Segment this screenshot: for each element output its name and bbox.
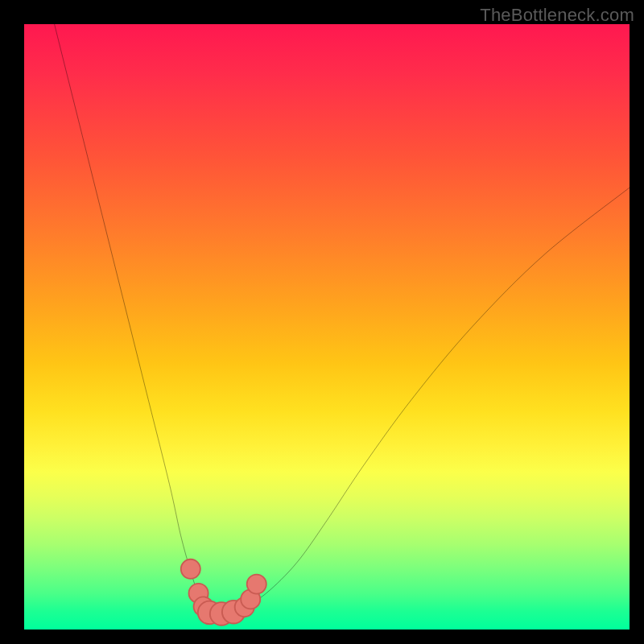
plot-area: [24, 24, 630, 630]
curve-marker: [247, 575, 266, 594]
watermark-text: TheBottleneck.com: [480, 5, 634, 26]
curve-marker: [181, 559, 200, 579]
curve-markers: [181, 559, 266, 625]
chart-svg: [24, 24, 630, 630]
bottleneck-curve: [55, 24, 630, 615]
chart-frame: TheBottleneck.com: [0, 0, 644, 644]
